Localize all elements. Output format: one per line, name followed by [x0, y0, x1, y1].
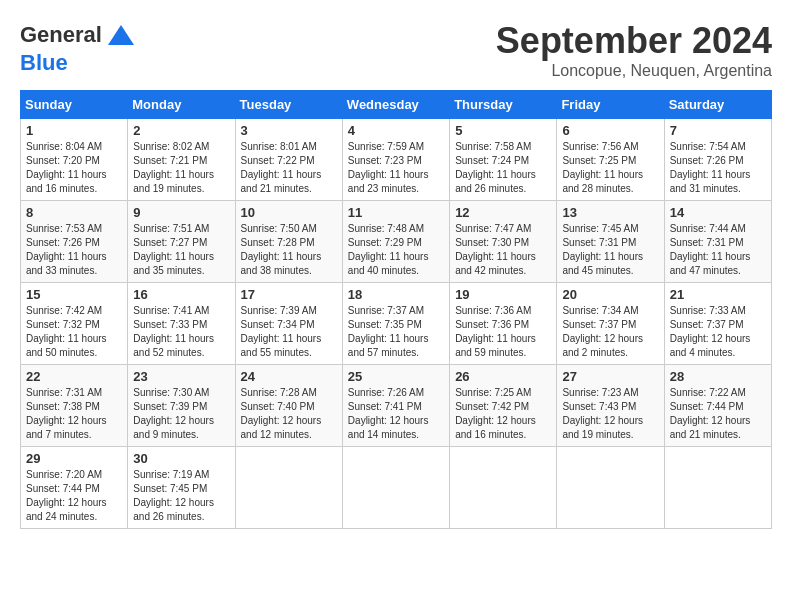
day-number: 1	[26, 123, 122, 138]
col-thursday: Thursday	[450, 91, 557, 119]
day-number: 7	[670, 123, 766, 138]
table-cell: 15 Sunrise: 7:42 AMSunset: 7:32 PMDaylig…	[21, 283, 128, 365]
table-cell: 19 Sunrise: 7:36 AMSunset: 7:36 PMDaylig…	[450, 283, 557, 365]
day-number: 12	[455, 205, 551, 220]
table-cell: 11 Sunrise: 7:48 AMSunset: 7:29 PMDaylig…	[342, 201, 449, 283]
day-info: Sunrise: 7:58 AMSunset: 7:24 PMDaylight:…	[455, 141, 536, 194]
col-wednesday: Wednesday	[342, 91, 449, 119]
table-cell: 5 Sunrise: 7:58 AMSunset: 7:24 PMDayligh…	[450, 119, 557, 201]
day-number: 22	[26, 369, 122, 384]
day-info: Sunrise: 7:53 AMSunset: 7:26 PMDaylight:…	[26, 223, 107, 276]
table-cell: 25 Sunrise: 7:26 AMSunset: 7:41 PMDaylig…	[342, 365, 449, 447]
col-saturday: Saturday	[664, 91, 771, 119]
day-info: Sunrise: 7:33 AMSunset: 7:37 PMDaylight:…	[670, 305, 751, 358]
day-info: Sunrise: 8:04 AMSunset: 7:20 PMDaylight:…	[26, 141, 107, 194]
day-info: Sunrise: 7:54 AMSunset: 7:26 PMDaylight:…	[670, 141, 751, 194]
table-cell: 1 Sunrise: 8:04 AMSunset: 7:20 PMDayligh…	[21, 119, 128, 201]
table-cell: 17 Sunrise: 7:39 AMSunset: 7:34 PMDaylig…	[235, 283, 342, 365]
day-number: 21	[670, 287, 766, 302]
day-number: 3	[241, 123, 337, 138]
day-info: Sunrise: 7:28 AMSunset: 7:40 PMDaylight:…	[241, 387, 322, 440]
day-info: Sunrise: 7:31 AMSunset: 7:38 PMDaylight:…	[26, 387, 107, 440]
day-number: 5	[455, 123, 551, 138]
calendar-row: 15 Sunrise: 7:42 AMSunset: 7:32 PMDaylig…	[21, 283, 772, 365]
day-number: 28	[670, 369, 766, 384]
day-number: 25	[348, 369, 444, 384]
table-cell: 7 Sunrise: 7:54 AMSunset: 7:26 PMDayligh…	[664, 119, 771, 201]
day-info: Sunrise: 7:47 AMSunset: 7:30 PMDaylight:…	[455, 223, 536, 276]
day-info: Sunrise: 7:37 AMSunset: 7:35 PMDaylight:…	[348, 305, 429, 358]
col-sunday: Sunday	[21, 91, 128, 119]
day-info: Sunrise: 7:20 AMSunset: 7:44 PMDaylight:…	[26, 469, 107, 522]
day-number: 2	[133, 123, 229, 138]
empty-cell	[342, 447, 449, 529]
day-info: Sunrise: 7:34 AMSunset: 7:37 PMDaylight:…	[562, 305, 643, 358]
table-cell: 22 Sunrise: 7:31 AMSunset: 7:38 PMDaylig…	[21, 365, 128, 447]
empty-cell	[557, 447, 664, 529]
table-cell: 20 Sunrise: 7:34 AMSunset: 7:37 PMDaylig…	[557, 283, 664, 365]
table-cell: 26 Sunrise: 7:25 AMSunset: 7:42 PMDaylig…	[450, 365, 557, 447]
svg-marker-0	[108, 25, 134, 45]
day-info: Sunrise: 7:36 AMSunset: 7:36 PMDaylight:…	[455, 305, 536, 358]
day-info: Sunrise: 7:30 AMSunset: 7:39 PMDaylight:…	[133, 387, 214, 440]
day-number: 16	[133, 287, 229, 302]
day-number: 11	[348, 205, 444, 220]
logo: General Blue	[20, 20, 136, 76]
day-number: 8	[26, 205, 122, 220]
day-info: Sunrise: 8:02 AMSunset: 7:21 PMDaylight:…	[133, 141, 214, 194]
empty-cell	[450, 447, 557, 529]
page-header: General Blue September 2024 Loncopue, Ne…	[20, 20, 772, 80]
day-number: 14	[670, 205, 766, 220]
day-number: 26	[455, 369, 551, 384]
day-info: Sunrise: 7:23 AMSunset: 7:43 PMDaylight:…	[562, 387, 643, 440]
table-cell: 6 Sunrise: 7:56 AMSunset: 7:25 PMDayligh…	[557, 119, 664, 201]
day-info: Sunrise: 7:44 AMSunset: 7:31 PMDaylight:…	[670, 223, 751, 276]
day-number: 29	[26, 451, 122, 466]
table-cell: 29 Sunrise: 7:20 AMSunset: 7:44 PMDaylig…	[21, 447, 128, 529]
day-info: Sunrise: 7:41 AMSunset: 7:33 PMDaylight:…	[133, 305, 214, 358]
day-info: Sunrise: 7:25 AMSunset: 7:42 PMDaylight:…	[455, 387, 536, 440]
table-cell: 24 Sunrise: 7:28 AMSunset: 7:40 PMDaylig…	[235, 365, 342, 447]
day-number: 13	[562, 205, 658, 220]
month-title: September 2024	[496, 20, 772, 62]
day-number: 10	[241, 205, 337, 220]
day-info: Sunrise: 7:39 AMSunset: 7:34 PMDaylight:…	[241, 305, 322, 358]
col-tuesday: Tuesday	[235, 91, 342, 119]
day-number: 20	[562, 287, 658, 302]
day-info: Sunrise: 7:59 AMSunset: 7:23 PMDaylight:…	[348, 141, 429, 194]
day-info: Sunrise: 7:50 AMSunset: 7:28 PMDaylight:…	[241, 223, 322, 276]
logo-blue-text: Blue	[20, 50, 68, 76]
table-cell: 14 Sunrise: 7:44 AMSunset: 7:31 PMDaylig…	[664, 201, 771, 283]
day-number: 18	[348, 287, 444, 302]
day-number: 6	[562, 123, 658, 138]
table-cell: 12 Sunrise: 7:47 AMSunset: 7:30 PMDaylig…	[450, 201, 557, 283]
empty-cell	[664, 447, 771, 529]
calendar-row: 29 Sunrise: 7:20 AMSunset: 7:44 PMDaylig…	[21, 447, 772, 529]
day-number: 23	[133, 369, 229, 384]
table-cell: 21 Sunrise: 7:33 AMSunset: 7:37 PMDaylig…	[664, 283, 771, 365]
calendar-table: Sunday Monday Tuesday Wednesday Thursday…	[20, 90, 772, 529]
table-cell: 16 Sunrise: 7:41 AMSunset: 7:33 PMDaylig…	[128, 283, 235, 365]
table-cell: 9 Sunrise: 7:51 AMSunset: 7:27 PMDayligh…	[128, 201, 235, 283]
empty-cell	[235, 447, 342, 529]
day-info: Sunrise: 7:42 AMSunset: 7:32 PMDaylight:…	[26, 305, 107, 358]
day-number: 15	[26, 287, 122, 302]
col-monday: Monday	[128, 91, 235, 119]
calendar-row: 1 Sunrise: 8:04 AMSunset: 7:20 PMDayligh…	[21, 119, 772, 201]
table-cell: 23 Sunrise: 7:30 AMSunset: 7:39 PMDaylig…	[128, 365, 235, 447]
day-number: 30	[133, 451, 229, 466]
logo-general-text: General	[20, 22, 102, 48]
day-number: 9	[133, 205, 229, 220]
table-cell: 3 Sunrise: 8:01 AMSunset: 7:22 PMDayligh…	[235, 119, 342, 201]
day-info: Sunrise: 7:56 AMSunset: 7:25 PMDaylight:…	[562, 141, 643, 194]
day-number: 17	[241, 287, 337, 302]
table-cell: 18 Sunrise: 7:37 AMSunset: 7:35 PMDaylig…	[342, 283, 449, 365]
location: Loncopue, Neuquen, Argentina	[496, 62, 772, 80]
calendar-row: 22 Sunrise: 7:31 AMSunset: 7:38 PMDaylig…	[21, 365, 772, 447]
table-cell: 2 Sunrise: 8:02 AMSunset: 7:21 PMDayligh…	[128, 119, 235, 201]
day-info: Sunrise: 7:26 AMSunset: 7:41 PMDaylight:…	[348, 387, 429, 440]
table-cell: 13 Sunrise: 7:45 AMSunset: 7:31 PMDaylig…	[557, 201, 664, 283]
day-number: 4	[348, 123, 444, 138]
calendar-header-row: Sunday Monday Tuesday Wednesday Thursday…	[21, 91, 772, 119]
day-info: Sunrise: 8:01 AMSunset: 7:22 PMDaylight:…	[241, 141, 322, 194]
